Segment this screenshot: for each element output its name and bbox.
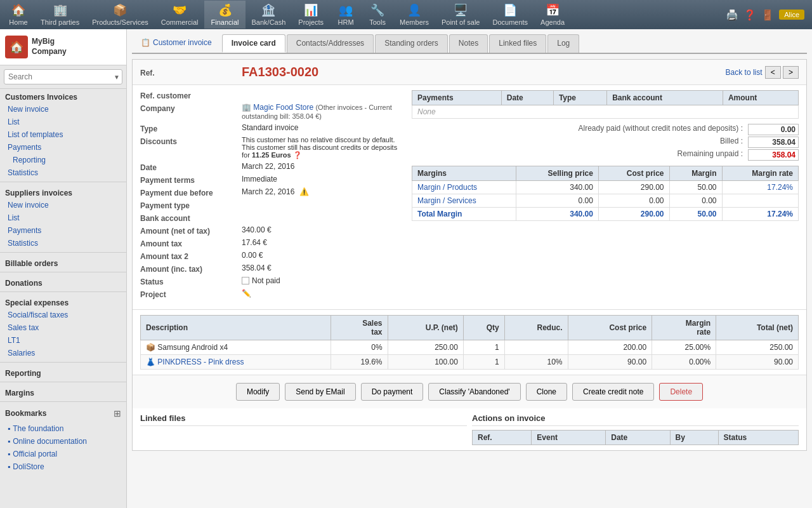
next-invoice-button[interactable]: > xyxy=(783,66,799,79)
margins-col-label: Margins xyxy=(412,166,516,181)
already-paid-value: 0.00 xyxy=(748,124,799,135)
tab-log[interactable]: Log xyxy=(547,34,579,53)
sidebar-bookmark-docs[interactable]: ▪Online documentation xyxy=(0,435,126,448)
linked-files-title: Linked files xyxy=(140,413,467,426)
sidebar-section-margins: Margins xyxy=(0,385,126,399)
margin-label[interactable]: Margin / Products xyxy=(412,181,516,194)
product-up: 100.00 xyxy=(388,355,463,370)
help-icon[interactable]: ❓ xyxy=(743,9,756,21)
logout-icon[interactable]: 🚪 xyxy=(761,9,774,21)
sidebar-bookmark-dolistore[interactable]: ▪DoliStore xyxy=(0,460,126,473)
sidebar-section-donations: Donations xyxy=(0,275,126,289)
tab-standing-orders[interactable]: Standing orders xyxy=(375,34,448,53)
sidebar-bookmark-portal[interactable]: ▪Official portal xyxy=(0,448,126,460)
bookmarks-add-icon[interactable]: ⊞ xyxy=(114,408,121,418)
sidebar-item-list-cust[interactable]: List xyxy=(0,116,126,128)
nav-documents[interactable]: 📄 Documents xyxy=(486,1,534,29)
sidebar-item-reporting-cust[interactable]: Reporting xyxy=(0,154,126,166)
nav-pos[interactable]: 🖥️ Point of sale xyxy=(435,1,487,29)
sidebar-bookmark-foundation[interactable]: ▪The foundation xyxy=(0,422,126,435)
tab-linked-files[interactable]: Linked files xyxy=(489,34,546,53)
nav-home[interactable]: 🏠 Home xyxy=(3,1,34,29)
divider-5 xyxy=(0,362,126,363)
send-email-button[interactable]: Send by EMail xyxy=(285,383,355,401)
nav-projects[interactable]: 📊 Projects xyxy=(292,1,330,29)
sidebar-item-salaries[interactable]: Salaries xyxy=(0,347,126,359)
tab-contacts[interactable]: Contacts/Addresses xyxy=(287,34,374,53)
paid-section: Already paid (without credit notes and d… xyxy=(412,124,799,161)
delete-button[interactable]: Delete xyxy=(659,383,703,401)
classify-abandoned-button[interactable]: Classify 'Abandoned' xyxy=(428,383,520,401)
remaining-value: 358.04 xyxy=(748,149,799,161)
sidebar-section-billable: Billable orders xyxy=(0,255,126,269)
payments-col-type: Type xyxy=(553,91,606,105)
tab-notes[interactable]: Notes xyxy=(449,34,488,53)
nav-members[interactable]: 👤 Members xyxy=(393,1,435,29)
payments-col-payments: Payments xyxy=(412,91,502,105)
divider-7 xyxy=(0,401,126,402)
nav-third-parties[interactable]: 🏢 Third parties xyxy=(34,1,86,29)
discounts-label: Discounts xyxy=(140,136,242,146)
invoice-content-card: Ref. FA1303-0020 Back to list < > Ref. c… xyxy=(132,59,807,451)
discount-help-icon[interactable]: ❓ xyxy=(293,151,302,159)
margin-cost: 0.00 xyxy=(598,194,669,208)
sidebar-item-statistics-cust[interactable]: Statistics xyxy=(0,166,126,179)
sidebar-item-statistics-supp[interactable]: Statistics xyxy=(0,237,126,250)
nav-agenda-label: Agenda xyxy=(540,18,565,26)
product-cost: 200.00 xyxy=(568,340,652,355)
actions-on-invoice-title: Actions on invoice xyxy=(472,413,799,426)
nav-bank[interactable]: 🏦 Bank/Cash xyxy=(246,1,292,29)
payments-table: Payments Date Type Bank account Amount N… xyxy=(412,90,799,119)
margin-selling: 0.00 xyxy=(516,194,598,208)
date-value: March 22, 2016 xyxy=(242,162,407,171)
edit-project-icon[interactable]: ✏️ xyxy=(242,289,251,298)
margin-margin: 50.00 xyxy=(669,208,722,221)
tab-invoice-card[interactable]: Invoice card xyxy=(222,34,285,53)
project-label: Project xyxy=(140,289,242,299)
clone-button[interactable]: Clone xyxy=(526,383,567,401)
payment-due-value: March 22, 2016 ⚠️ xyxy=(242,187,407,196)
margin-label[interactable]: Margin / Services xyxy=(412,194,516,208)
margins-col-rate: Margin rate xyxy=(722,166,798,181)
product-qty: 1 xyxy=(463,340,504,355)
company-logo[interactable]: 🏠 MyBigCompany xyxy=(0,29,126,65)
sidebar-item-lt1[interactable]: LT1 xyxy=(0,334,126,347)
ref-customer-label: Ref. customer xyxy=(140,90,242,100)
sidebar-item-social-taxes[interactable]: Social/fiscal taxes xyxy=(0,309,126,321)
nav-financial[interactable]: 💰 Financial xyxy=(204,1,245,29)
amount-tax2-label: Amount tax 2 xyxy=(140,251,242,261)
nav-commercial[interactable]: 🤝 Commercial xyxy=(155,1,205,29)
print-icon[interactable]: 🖨️ xyxy=(726,9,738,21)
margins-col-selling: Selling price xyxy=(516,166,598,181)
margin-margin: 50.00 xyxy=(669,181,722,194)
payment-terms-row: Payment terms Immediate xyxy=(140,175,407,185)
sidebar-item-new-invoice-cust[interactable]: New invoice xyxy=(0,103,126,116)
product-link[interactable]: PINKDRESS - Pink dress xyxy=(157,358,244,366)
nav-home-label: Home xyxy=(9,18,27,26)
prev-invoice-button[interactable]: < xyxy=(765,66,781,79)
nav-projects-label: Projects xyxy=(298,18,324,26)
sidebar-item-new-invoice-supp[interactable]: New invoice xyxy=(0,199,126,211)
sidebar-item-payments-cust[interactable]: Payments xyxy=(0,141,126,154)
sidebar-item-payments-supp[interactable]: Payments xyxy=(0,224,126,237)
product-description: 📦 Samsung Android x4 xyxy=(141,340,331,355)
nav-products[interactable]: 📦 Products/Services xyxy=(86,1,155,29)
search-input[interactable] xyxy=(4,69,122,84)
back-to-list-link[interactable]: Back to list xyxy=(726,68,763,77)
tab-customer-invoice[interactable]: 📋Customer invoice xyxy=(132,34,221,53)
sidebar-item-list-templates[interactable]: List of templates xyxy=(0,128,126,141)
actions-col-date: Date xyxy=(606,431,670,445)
nav-agenda[interactable]: 📅 Agenda xyxy=(534,1,571,29)
sidebar-item-sales-tax[interactable]: Sales tax xyxy=(0,321,126,334)
nav-tools[interactable]: 🔧 Tools xyxy=(362,1,393,29)
sidebar: 🏠 MyBigCompany ▼ Customers Invoices New … xyxy=(0,29,127,508)
modify-button[interactable]: Modify xyxy=(236,383,280,401)
create-credit-note-button[interactable]: Create credit note xyxy=(572,383,654,401)
nav-hrm[interactable]: 👥 HRM xyxy=(330,1,362,29)
ref-label: Ref. xyxy=(140,67,242,77)
company-link[interactable]: Magic Food Store xyxy=(253,103,313,112)
prod-col-cost: Cost price xyxy=(568,316,652,340)
sidebar-item-list-supp[interactable]: List xyxy=(0,211,126,224)
financial-icon: 💰 xyxy=(218,3,232,17)
do-payment-button[interactable]: Do payment xyxy=(361,383,424,401)
